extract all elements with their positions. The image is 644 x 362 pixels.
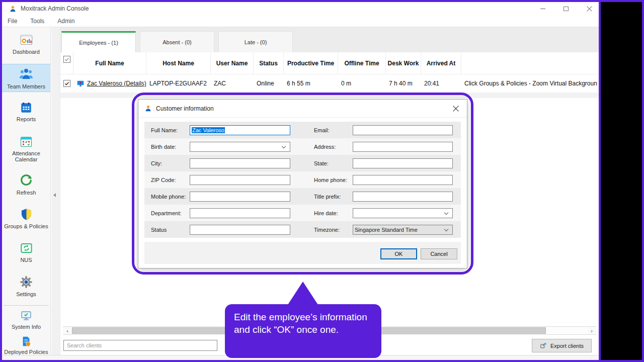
tab-strip: Employees - (1) Absent - (0) Late - (0) xyxy=(60,27,599,52)
sidebar-splitter[interactable] xyxy=(51,27,60,355)
field-label-state: State: xyxy=(314,160,353,166)
timezone-combobox[interactable]: Singapore Standard Time xyxy=(353,225,453,235)
cancel-button[interactable]: Cancel xyxy=(421,248,457,259)
screenshot-frame: Moxitrack Admin Console File Tools Admin xyxy=(0,0,644,362)
dialog-close-icon[interactable] xyxy=(451,104,461,114)
column-header-offline-time[interactable]: Offline Time xyxy=(338,52,386,74)
field-label-email: Email: xyxy=(314,127,353,133)
instruction-callout: Edit the employee’s information and clic… xyxy=(225,304,381,358)
address-input[interactable] xyxy=(353,142,453,152)
home-phone-input[interactable] xyxy=(353,175,453,185)
sidebar-item-system-info[interactable]: System Info xyxy=(2,308,50,332)
column-header-desk-work[interactable]: Desk Work xyxy=(386,52,421,74)
customer-icon xyxy=(144,105,152,112)
attendance-calendar-icon xyxy=(19,134,33,148)
column-header-productive-time[interactable]: Productive Time xyxy=(284,52,338,74)
status-input[interactable] xyxy=(190,225,290,235)
export-icon xyxy=(540,342,547,349)
sidebar-item-settings[interactable]: Settings xyxy=(2,273,50,299)
dashboard-icon xyxy=(20,33,33,47)
menu-tools[interactable]: Tools xyxy=(29,17,46,26)
column-header-full-name[interactable]: Full Name xyxy=(73,52,146,74)
dialog-form: Full Name: Zac Valeroso Email: Birth dat… xyxy=(144,122,461,238)
birth-date-combobox[interactable] xyxy=(190,142,290,152)
table-row[interactable]: Zac Valeroso (Details) LAPTOP-E2GUAAF2 Z… xyxy=(60,74,599,93)
sidebar-item-refresh[interactable]: Refresh xyxy=(2,171,50,198)
refresh-icon xyxy=(19,173,33,188)
mobile-phone-input[interactable] xyxy=(190,192,290,202)
sidebar-item-reports[interactable]: Reports xyxy=(2,99,50,124)
cell-note: Click Groups & Policies - Zoom Virtual B… xyxy=(461,80,599,87)
app-person-icon xyxy=(9,5,17,13)
callout-pointer xyxy=(288,282,318,305)
screen-share-icon xyxy=(76,79,85,87)
cell-user-name: ZAC xyxy=(211,80,254,87)
full-name-input[interactable]: Zac Valeroso xyxy=(190,125,290,135)
field-label-city: City: xyxy=(151,160,190,166)
field-label-address: Address: xyxy=(314,144,353,150)
sidebar-divider xyxy=(4,305,48,306)
menu-admin[interactable]: Admin xyxy=(56,17,76,26)
sidebar-item-attendance-calendar[interactable]: Attendance Calendar xyxy=(2,132,50,164)
ok-button[interactable]: OK xyxy=(380,248,417,259)
field-label-full-name: Full Name: xyxy=(151,127,190,133)
field-label-timezone: Timezone: xyxy=(314,227,353,233)
sidebar-item-label: Reports xyxy=(17,116,36,122)
menu-file[interactable]: File xyxy=(6,17,19,26)
field-label-home-phone: Home phone: xyxy=(314,177,353,183)
cell-status: Online xyxy=(254,80,284,87)
reports-icon xyxy=(20,101,33,114)
email-input[interactable] xyxy=(353,125,453,135)
sidebar-item-label: Settings xyxy=(16,291,36,297)
tab-absent[interactable]: Absent - (0) xyxy=(140,31,214,52)
field-label-birth-date: Birth date: xyxy=(151,144,190,150)
select-all-checkbox[interactable] xyxy=(63,56,70,63)
splitter-collapse-icon[interactable] xyxy=(53,193,56,197)
customer-information-dialog: Customer information Full Name: Zac Vale… xyxy=(138,99,467,268)
hire-date-combobox[interactable] xyxy=(353,208,453,218)
maximize-icon[interactable] xyxy=(561,4,571,14)
scroll-right-icon[interactable]: › xyxy=(587,327,596,334)
row-checkbox[interactable] xyxy=(63,80,70,87)
column-header-user-name[interactable]: User Name xyxy=(211,52,254,74)
tab-employees[interactable]: Employees - (1) xyxy=(61,31,136,52)
dialog-footer: OK Cancel xyxy=(144,242,461,264)
groups-policies-icon xyxy=(20,208,33,221)
scroll-left-icon[interactable]: ‹ xyxy=(63,327,72,334)
city-input[interactable] xyxy=(190,158,290,168)
column-header-host-name[interactable]: Host Name xyxy=(146,52,211,74)
column-header-notes xyxy=(461,52,599,74)
zip-code-input[interactable] xyxy=(190,175,290,185)
chevron-down-icon xyxy=(444,227,448,231)
table-header: Full Name Host Name User Name Status Pro… xyxy=(60,52,599,74)
employee-details-link[interactable]: Zac Valeroso (Details) xyxy=(87,80,146,87)
sidebar-item-team-members[interactable]: Team Members xyxy=(2,64,50,92)
full-name-value: Zac Valeroso xyxy=(192,127,225,133)
title-prefix-input[interactable] xyxy=(353,192,453,202)
column-header-status[interactable]: Status xyxy=(254,52,284,74)
minimize-icon[interactable] xyxy=(538,4,548,14)
state-input[interactable] xyxy=(353,158,453,168)
sidebar-item-label: NUS xyxy=(20,257,32,263)
field-label-title-prefix: Title prefix: xyxy=(314,194,353,200)
menu-bar: File Tools Admin xyxy=(2,15,599,27)
sidebar-item-label: Refresh xyxy=(17,190,36,196)
export-clients-button[interactable]: Export clients xyxy=(532,339,592,352)
field-label-department: Department: xyxy=(151,210,190,216)
sidebar-item-dashboard[interactable]: Dashboard xyxy=(2,31,50,57)
tab-late[interactable]: Late - (0) xyxy=(218,31,293,52)
sidebar-item-label: Attendance Calendar xyxy=(3,150,49,162)
system-info-icon xyxy=(20,310,32,322)
dialog-title: Customer information xyxy=(156,105,214,112)
column-header-arrived-at[interactable]: Arrived At xyxy=(421,52,461,74)
dialog-title-bar: Customer information xyxy=(138,100,467,118)
sidebar-item-nus[interactable]: NUS xyxy=(2,239,50,265)
sidebar-item-groups-policies[interactable]: Groups & Policies xyxy=(2,206,50,231)
sidebar-item-deployed-policies[interactable]: Deployed Policies xyxy=(2,334,50,355)
sidebar-item-label: Groups & Policies xyxy=(4,223,48,229)
search-input[interactable] xyxy=(63,340,217,351)
sidebar-item-label: Dashboard xyxy=(13,49,40,55)
close-icon[interactable] xyxy=(584,4,594,14)
empty-row-stripe xyxy=(60,93,599,98)
department-input[interactable] xyxy=(190,208,290,218)
